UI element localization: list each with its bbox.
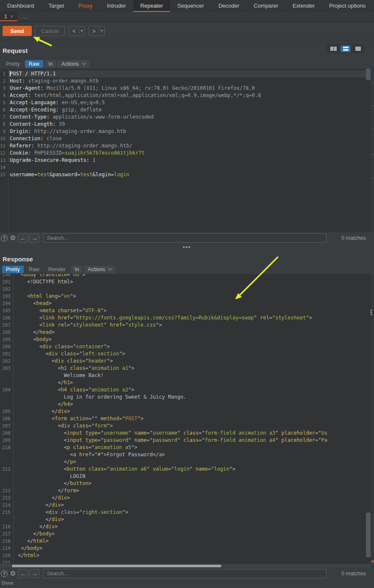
horizontal-scrollbar-thumb[interactable] [12, 565, 221, 567]
panel-splitter[interactable]: ••• [0, 244, 374, 252]
request-tab-newline[interactable]: \n [45, 60, 56, 68]
code-line: 209 <input type="password" name="passwor… [0, 437, 374, 444]
request-view-tabs: PrettyRaw\nActions [0, 59, 374, 69]
code-line: 219 </body> [0, 545, 374, 552]
menu-item-sequencer[interactable]: Sequencer [170, 0, 211, 12]
line-content: Origin: http://staging-order.mango.htb [8, 128, 374, 135]
code-line: 193 <html lang="en"> [0, 293, 374, 300]
repeater-tab-more[interactable]: ... [17, 12, 31, 21]
line-content: Connection: close [8, 135, 374, 142]
menu-item-intruder[interactable]: Intruder [100, 0, 133, 12]
layout-single-button[interactable] [353, 45, 363, 52]
line-content: <h1 class="animation a1"> [13, 365, 374, 372]
code-line: 213 </div> [0, 494, 374, 502]
line-number: 15 [0, 171, 8, 178]
line-number: 210 [0, 444, 13, 451]
line-number: 208 [0, 430, 13, 437]
response-horizontal-scrollbar[interactable] [0, 564, 371, 568]
response-tab-raw[interactable]: Raw [25, 266, 43, 273]
search-next-button[interactable]: → [29, 233, 39, 243]
search-prev-button[interactable]: ← [18, 233, 28, 243]
response-editor[interactable]: 190 <body translate="no">191 <!DOCTYPE h… [0, 274, 374, 568]
response-tab-actions[interactable]: Actions [84, 266, 115, 273]
help-icon[interactable]: ? [1, 235, 8, 241]
back-dropdown-icon[interactable] [79, 30, 84, 32]
rows-icon [343, 49, 349, 51]
response-tab-render[interactable]: Render [45, 266, 70, 273]
tab-label: \n [75, 266, 79, 272]
line-number [0, 458, 13, 466]
menu-item-decoder[interactable]: Decoder [211, 0, 246, 12]
line-content: <div class="left-section"> [13, 350, 374, 358]
gear-icon[interactable]: ⚙ [10, 570, 16, 577]
repeater-tab-1[interactable]: 1× [0, 12, 17, 21]
code-line: 212 </form> [0, 487, 374, 494]
menu-item-repeater[interactable]: Repeater [133, 0, 170, 12]
forward-dropdown-icon[interactable] [99, 30, 104, 32]
request-tab-pretty[interactable]: Pretty [2, 60, 24, 68]
line-content: </html> [13, 538, 374, 545]
back-arrow-icon: < [69, 28, 79, 34]
menu-item-dashboard[interactable]: Dashboard [0, 0, 42, 12]
response-tab-newline[interactable]: \n [71, 266, 83, 273]
request-match-count: 0 matches [341, 235, 372, 241]
menu-item-proxy[interactable]: Proxy [71, 0, 100, 12]
columns-icon [334, 47, 337, 51]
response-scrollbar-thumb[interactable] [366, 513, 371, 557]
line-content: <div class="container"> [13, 343, 374, 350]
send-button[interactable]: Send [3, 26, 32, 36]
gear-icon[interactable]: ⚙ [10, 235, 16, 241]
request-search-input[interactable] [43, 233, 327, 243]
request-title: Request [0, 40, 374, 54]
forward-button[interactable]: > [89, 26, 105, 36]
line-content: <body translate="no"> [13, 274, 374, 278]
menu-item-extender[interactable]: Extender [285, 0, 322, 12]
code-line: 220 </html> [0, 552, 374, 559]
line-number: 9 [0, 128, 8, 135]
request-editor[interactable]: 1POST / HTTP/1.12Host: staging-order.man… [0, 69, 374, 232]
line-content: <h4 class="animation a2"> [13, 386, 374, 394]
line-number: 215 [0, 509, 13, 516]
code-line: 197 <link rel="stylesheet" href="style.c… [0, 322, 374, 329]
line-content: Content-Length: 39 [8, 121, 374, 128]
search-next-button[interactable]: → [29, 569, 39, 578]
line-number: 7 [0, 114, 8, 121]
cancel-button[interactable]: Cancel [35, 26, 65, 36]
layout-columns-button[interactable] [328, 45, 338, 52]
gutter-separator [8, 69, 8, 232]
request-tab-actions[interactable]: Actions [58, 60, 89, 68]
request-scrollbar-thumb[interactable] [366, 69, 371, 80]
code-line: 216 </div> [0, 523, 374, 530]
tab-close-icon[interactable]: × [10, 14, 13, 19]
back-button[interactable]: < [69, 26, 85, 36]
splitter-handle-icon[interactable]: ••• [183, 244, 191, 250]
side-splitter-handle-icon[interactable]: ••• [370, 309, 373, 316]
layout-rows-button[interactable] [341, 45, 351, 52]
line-content: <div class="right-section"> [13, 509, 374, 516]
request-tab-raw[interactable]: Raw [25, 60, 43, 68]
help-icon[interactable]: ? [1, 570, 8, 577]
line-number: 204 [0, 386, 13, 394]
code-line: </h1> [0, 379, 374, 386]
line-content: Cookie: PHPSESSID=suajihr5k7b7esco861tjb… [8, 150, 374, 157]
menu-item-target[interactable]: Target [42, 0, 71, 12]
response-tab-pretty[interactable]: Pretty [2, 266, 24, 273]
menu-item-project-options[interactable]: Project options [322, 0, 373, 12]
response-search-input[interactable] [43, 569, 327, 578]
code-line: 203 <h1 class="animation a1"> [0, 365, 374, 372]
code-line: 202 <div class="header"> [0, 358, 374, 365]
code-line: Log in for ordering Sweet & Juicy Mango. [0, 394, 374, 401]
code-line: 204 <h4 class="animation a2"> [0, 386, 374, 394]
code-line: 7Content-Type: application/x-www-form-ur… [0, 114, 374, 121]
line-number: 202 [0, 358, 13, 365]
single-pane-icon [355, 47, 361, 51]
line-number [0, 372, 13, 379]
code-line: 10Connection: close [0, 135, 374, 142]
tab-label: Pretty [6, 266, 20, 272]
code-line: 198 </head> [0, 329, 374, 336]
search-prev-button[interactable]: ← [18, 569, 28, 578]
chevron-down-icon [108, 266, 112, 271]
menu-item-comparer[interactable]: Comparer [246, 0, 285, 12]
line-number: 220 [0, 552, 13, 559]
line-number: 213 [0, 494, 13, 502]
